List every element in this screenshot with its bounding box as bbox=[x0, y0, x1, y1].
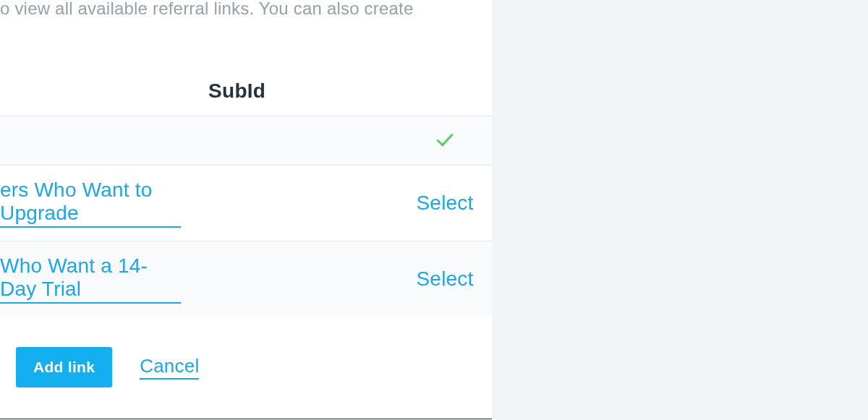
table-header-row: SubId bbox=[0, 80, 492, 116]
actions-bar: Add link Cancel bbox=[0, 347, 492, 387]
table-row bbox=[0, 116, 492, 165]
panel-description: o view all available referral links. You… bbox=[0, 0, 492, 19]
referral-link-name[interactable]: ers Who Want to Upgrade bbox=[0, 179, 181, 228]
row-name-cell: ers Who Want to Upgrade bbox=[0, 166, 181, 241]
select-button[interactable]: Select bbox=[416, 267, 473, 290]
row-name-cell bbox=[0, 128, 181, 154]
subid-header-label: SubId bbox=[208, 80, 265, 102]
table-row: Who Want a 14-Day Trial Select bbox=[0, 241, 492, 317]
links-table: SubId ers Who Want to Upgrade Select bbox=[0, 80, 492, 317]
referral-link-name[interactable]: Who Want a 14-Day Trial bbox=[0, 254, 181, 304]
row-name-cell: Who Want a 14-Day Trial bbox=[0, 241, 181, 317]
referral-links-panel: o view all available referral links. You… bbox=[0, 0, 492, 419]
check-icon bbox=[435, 132, 455, 147]
row-action-cell: Select bbox=[398, 267, 492, 291]
row-action-cell: Select bbox=[398, 192, 492, 215]
add-link-button[interactable]: Add link bbox=[16, 347, 112, 387]
row-action-cell bbox=[398, 132, 492, 150]
col-subid-header: SubId bbox=[181, 80, 398, 103]
table-row: ers Who Want to Upgrade Select bbox=[0, 165, 492, 241]
description-text: o view all available referral links. You… bbox=[0, 0, 414, 18]
cancel-button[interactable]: Cancel bbox=[140, 355, 199, 380]
select-button[interactable]: Select bbox=[416, 192, 473, 214]
